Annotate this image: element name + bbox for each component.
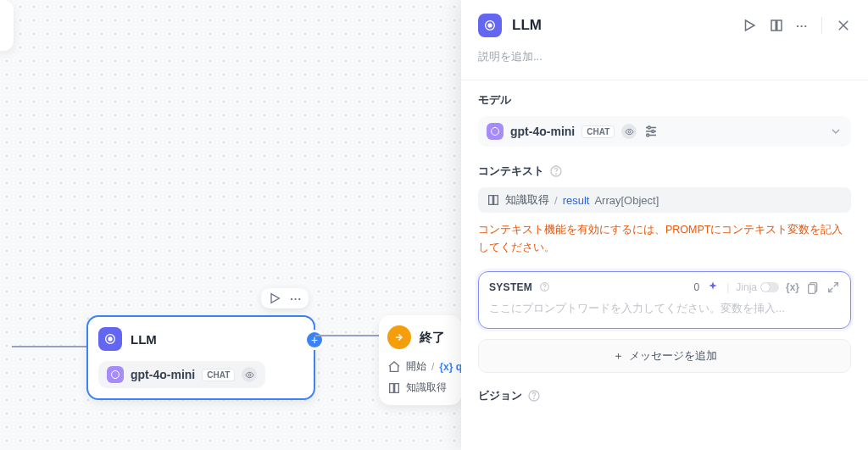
model-name: gpt-4o-mini — [131, 368, 195, 381]
book-icon — [487, 193, 500, 207]
expand-icon[interactable] — [826, 281, 840, 294]
svg-point-19 — [556, 174, 557, 175]
section-label-vision: ビジョン — [478, 388, 851, 403]
description-input[interactable]: 説明を追加... — [478, 49, 851, 64]
run-button[interactable] — [742, 18, 757, 33]
svg-line-24 — [834, 282, 838, 286]
prompt-role-label: SYSTEM — [489, 281, 532, 293]
system-prompt-input[interactable]: ここにプロンプトワードを入力してください。変数を挿入... — [489, 301, 840, 316]
char-count: 0 — [693, 281, 699, 293]
eye-icon[interactable] — [242, 367, 257, 382]
toggle-icon — [760, 282, 779, 292]
node-model-chip[interactable]: gpt-4o-mini CHAT — [98, 361, 265, 388]
node-llm[interactable]: ··· LLM gpt-4o-mini CHAT + — [86, 315, 315, 400]
end-icon — [387, 325, 411, 349]
model-mode-badge: CHAT — [202, 369, 235, 381]
divider — [461, 80, 868, 81]
svg-point-15 — [652, 131, 654, 133]
svg-point-27 — [534, 398, 535, 399]
close-button[interactable] — [836, 18, 851, 33]
edge — [315, 335, 379, 336]
svg-marker-0 — [271, 294, 279, 303]
book-icon — [387, 381, 401, 395]
more-button[interactable]: ··· — [796, 19, 808, 32]
docs-button[interactable] — [769, 18, 784, 33]
context-variable-chip[interactable]: 知識取得 / result Array[Object] — [478, 187, 851, 213]
node-toolbar: ··· — [261, 288, 309, 308]
add-message-button[interactable]: ＋メッセージを追加 — [478, 339, 851, 373]
section-label-context: コンテキスト — [478, 164, 851, 179]
sliders-icon[interactable] — [643, 124, 659, 139]
jinja-toggle[interactable]: Jinja — [736, 281, 779, 293]
sparkle-icon[interactable] — [706, 281, 720, 294]
end-output-row: 開始 / {x} q — [387, 359, 453, 374]
end-output-row: 知識取得 — [387, 381, 453, 395]
eye-icon[interactable] — [621, 124, 637, 139]
svg-marker-7 — [746, 20, 755, 31]
svg-point-4 — [248, 374, 251, 376]
home-icon — [387, 360, 401, 374]
node-title: 終了 — [420, 330, 445, 346]
svg-point-11 — [628, 131, 631, 133]
node-title: LLM — [131, 332, 157, 347]
openai-icon — [487, 123, 504, 140]
help-icon[interactable] — [539, 281, 550, 292]
svg-line-25 — [829, 287, 833, 292]
insert-variable-button[interactable]: {x} — [786, 281, 799, 293]
llm-icon — [478, 14, 502, 37]
svg-point-21 — [544, 289, 545, 290]
edge — [12, 346, 86, 347]
prev-node-edge-stub — [0, 0, 14, 51]
config-panel: LLM ··· 説明を追加... モデル gpt-4o-mini CHAT — [461, 0, 868, 450]
svg-point-3 — [112, 371, 120, 379]
node-end[interactable]: 終了 開始 / {x} q 知識取得 — [379, 315, 462, 405]
svg-point-2 — [108, 337, 112, 341]
svg-point-10 — [492, 128, 499, 136]
svg-point-13 — [648, 126, 651, 129]
model-mode-badge: CHAT — [581, 125, 615, 138]
llm-icon — [98, 327, 122, 351]
clipboard-icon[interactable] — [806, 281, 820, 294]
panel-title[interactable]: LLM — [512, 17, 542, 34]
chevron-down-icon — [829, 125, 843, 138]
help-icon[interactable] — [527, 389, 541, 403]
section-label-model: モデル — [478, 92, 851, 108]
svg-point-6 — [488, 24, 492, 27]
svg-rect-23 — [809, 284, 815, 293]
model-selector[interactable]: gpt-4o-mini CHAT — [478, 116, 851, 147]
openai-icon — [107, 366, 124, 383]
context-warning: コンテキスト機能を有効にするには、PROMPTにコンテキスト変数を記入してくださ… — [478, 221, 851, 258]
run-node-button[interactable] — [268, 292, 281, 305]
svg-point-17 — [647, 134, 649, 136]
model-name: gpt-4o-mini — [510, 125, 575, 138]
help-icon[interactable] — [549, 164, 563, 178]
node-more-button[interactable]: ··· — [290, 292, 302, 305]
system-prompt-box: SYSTEM 0 | Jinja {x} ここにプロンプトワードを入力してくださ… — [478, 271, 851, 329]
